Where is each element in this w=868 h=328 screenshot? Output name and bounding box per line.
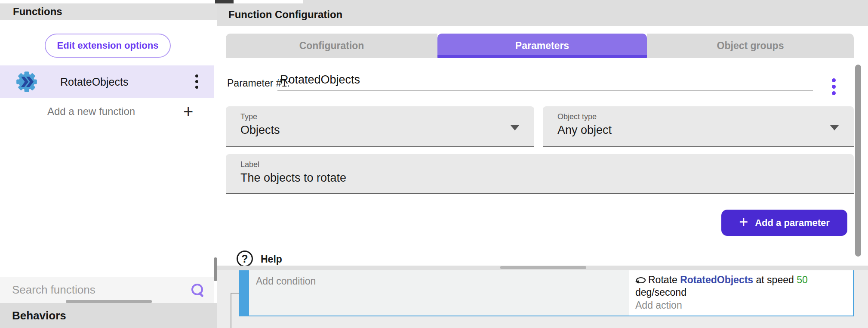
conditions-cell[interactable]: Add condition (249, 270, 629, 316)
plus-icon: + (183, 103, 193, 120)
event-cells: Add condition Rotate RotatedObjects at s… (249, 270, 854, 316)
functions-panel-header: Functions (0, 3, 217, 20)
function-item-label: RotateObjects (60, 76, 128, 88)
type-dropdown[interactable]: Type Objects (226, 106, 534, 147)
edit-extension-options-button[interactable]: Edit extension options (45, 34, 171, 58)
functions-panel (0, 20, 217, 277)
tab-object-groups[interactable]: Object groups (647, 34, 854, 58)
action-sentence[interactable]: Rotate RotatedObjects at speed 50 deg/se… (635, 274, 847, 299)
actions-cell[interactable]: Rotate RotatedObjects at speed 50 deg/se… (629, 270, 853, 316)
add-function-row[interactable]: Add a new function + (0, 98, 214, 125)
help-section-label: Help (261, 254, 282, 265)
main-panel-scrollbar[interactable] (855, 65, 861, 257)
add-function-label: Add a new function (47, 105, 135, 118)
tab-bar: Configuration Parameters Object groups (226, 34, 854, 58)
event-row: Add condition Rotate RotatedObjects at s… (239, 270, 854, 316)
search-placeholder: Search functions (12, 283, 95, 297)
function-configuration-header: Function Configuration (217, 3, 868, 26)
object-type-dropdown-label: Object type (557, 112, 597, 121)
function-item-menu-icon[interactable] (194, 73, 200, 90)
event-selection-bar[interactable] (239, 270, 249, 316)
rotate-action-icon (635, 276, 646, 284)
behaviors-section-header[interactable]: Behaviors (0, 303, 217, 328)
action-speed-value: 50 (797, 274, 808, 285)
top-strip-segment (234, 0, 303, 3)
object-type-dropdown-value: Any object (557, 124, 612, 137)
dropdown-arrow-icon (511, 125, 519, 130)
parameter-name-underline (277, 90, 813, 91)
add-parameter-label: Add a parameter (755, 217, 830, 229)
page-title: Function Configuration (228, 9, 342, 21)
behaviors-title: Behaviors (12, 309, 66, 322)
function-gear-icon (15, 71, 38, 93)
events-sheet: Add condition Rotate RotatedObjects at s… (217, 266, 868, 328)
tab-parameters[interactable]: Parameters (437, 34, 647, 58)
search-functions-input[interactable]: Search functions (0, 277, 214, 303)
sidebar-horizontal-scrollbar[interactable] (66, 300, 152, 303)
add-condition-placeholder[interactable]: Add condition (256, 275, 316, 287)
subevent-connector-line (231, 293, 239, 294)
label-field-label: Label (240, 160, 259, 169)
sidebar-scrollbar[interactable] (214, 257, 217, 281)
events-horizontal-scrollbar[interactable] (500, 266, 586, 269)
dropdown-arrow-icon (830, 125, 839, 130)
functions-panel-title: Functions (13, 6, 62, 18)
parameter-name-input[interactable]: RotatedObjects (280, 73, 360, 87)
tab-configuration[interactable]: Configuration (226, 34, 437, 58)
type-dropdown-value: Objects (240, 124, 280, 137)
app-window: Functions Edit extension options RotateO… (0, 0, 868, 328)
object-type-dropdown[interactable]: Object type Any object (543, 106, 854, 147)
function-list-item-rotateobjects[interactable]: RotateObjects (0, 65, 214, 98)
top-strip-segment (0, 0, 215, 3)
label-input-field[interactable]: Label The objects to rotate (226, 154, 854, 194)
subevent-connector-line (231, 293, 231, 328)
add-parameter-button[interactable]: + Add a parameter (721, 210, 847, 236)
plus-icon: + (739, 214, 748, 230)
type-dropdown-label: Type (240, 112, 257, 121)
edit-extension-options-label: Edit extension options (57, 40, 159, 51)
action-object-ref: RotatedObjects (680, 274, 753, 285)
add-action-placeholder[interactable]: Add action (635, 299, 847, 312)
help-icon[interactable]: ? (237, 251, 253, 267)
top-strip-segment (215, 0, 234, 3)
search-icon (191, 284, 204, 297)
parameter-menu-icon[interactable] (830, 77, 837, 97)
top-strip-segment (303, 0, 868, 3)
label-field-value: The objects to rotate (240, 171, 346, 185)
